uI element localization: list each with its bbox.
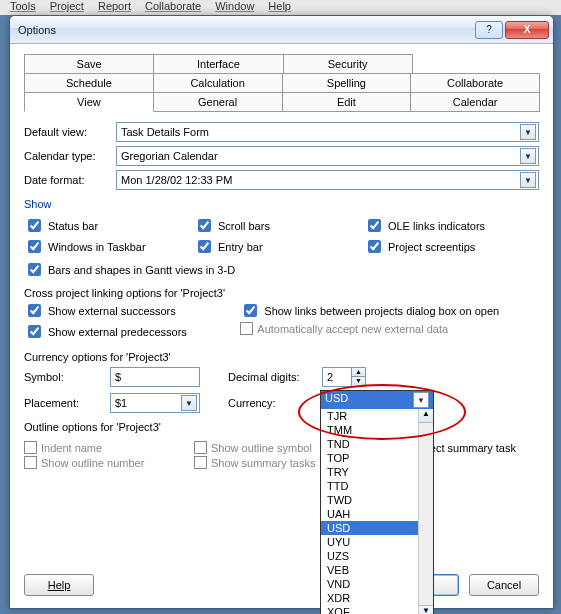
auto-accept-checkbox [240,322,253,335]
ole-links-checkbox[interactable] [368,219,381,232]
app-menubar: Tools Project Report Collaborate Window … [0,0,561,15]
currency-option[interactable]: VND [321,577,433,591]
currency-dropdown[interactable]: USD ▼ TJR TMM TND TOP TRY TTD TWD UAH US… [320,390,434,614]
currency-option[interactable]: UAH [321,507,433,521]
show-group-title: Show [24,198,539,210]
cancel-button[interactable]: Cancel [469,574,539,596]
scroll-bars-label: Scroll bars [218,220,270,232]
show-links-dialog-checkbox[interactable] [244,304,257,317]
currency-option[interactable]: XOF [321,605,433,614]
tab-general[interactable]: General [153,93,283,112]
currency-label: Currency: [228,397,316,409]
placement-select[interactable]: $1 ▼ [110,393,200,413]
currency-option[interactable]: TND [321,437,433,451]
bars-gantt-checkbox[interactable] [28,263,41,276]
calendar-type-label: Calendar type: [24,150,116,162]
placement-value: $1 [115,397,181,409]
tab-edit[interactable]: Edit [282,93,412,112]
decimal-digits-value: 2 [323,371,351,383]
symbol-value: $ [115,371,121,383]
ext-pred-checkbox[interactable] [28,325,41,338]
status-bar-label: Status bar [48,220,98,232]
outline-symbol-checkbox [194,441,207,454]
currency-option[interactable]: UZS [321,549,433,563]
outline-number-checkbox [24,456,37,469]
tab-strip: Save Interface Security Schedule Calcula… [24,54,539,112]
currency-option[interactable]: VEB [321,563,433,577]
scroll-down-icon[interactable]: ▼ [419,605,433,614]
currency-dd-selected: USD [325,392,348,408]
currency-option[interactable]: UYU [321,535,433,549]
currency-option[interactable]: TMM [321,423,433,437]
auto-accept-label: Automatically accept new external data [257,323,448,335]
scroll-up-icon[interactable]: ▲ [419,409,433,423]
symbol-label: Symbol: [24,371,104,383]
chevron-down-icon[interactable]: ▼ [520,148,536,164]
summary-tasks-label: Show summary tasks [211,457,316,469]
tab-security[interactable]: Security [283,54,413,74]
entry-bar-checkbox[interactable] [198,240,211,253]
tab-schedule[interactable]: Schedule [24,74,154,93]
currency-option[interactable]: XDR [321,591,433,605]
dropdown-scrollbar[interactable]: ▲ ▼ [418,409,433,614]
ext-succ-checkbox[interactable] [28,304,41,317]
chevron-down-icon[interactable]: ▼ [520,172,536,188]
placement-label: Placement: [24,397,104,409]
project-tips-label: Project screentips [388,241,475,253]
menu-collaborate[interactable]: Collaborate [139,0,207,15]
decimal-digits-label: Decimal digits: [228,371,316,383]
help-button[interactable]: Help [24,574,94,596]
tab-collaborate[interactable]: Collaborate [410,74,540,93]
currency-option[interactable]: TTD [321,479,433,493]
tab-calculation[interactable]: Calculation [153,74,283,93]
calendar-type-value: Gregorian Calendar [121,150,520,162]
status-bar-checkbox[interactable] [28,219,41,232]
spin-down-icon[interactable]: ▼ [351,377,365,386]
date-format-select[interactable]: Mon 1/28/02 12:33 PM ▼ [116,170,539,190]
menu-help[interactable]: Help [262,0,297,15]
currency-option-selected[interactable]: USD [321,521,433,535]
date-format-value: Mon 1/28/02 12:33 PM [121,174,520,186]
tab-view[interactable]: View [24,93,154,112]
tab-spelling[interactable]: Spelling [282,74,412,93]
symbol-input[interactable]: $ [110,367,200,387]
windows-taskbar-checkbox[interactable] [28,240,41,253]
close-icon[interactable]: X [505,21,549,39]
scroll-bars-checkbox[interactable] [198,219,211,232]
currency-option[interactable]: TWD [321,493,433,507]
menu-report[interactable]: Report [92,0,137,15]
currency-option[interactable]: TOP [321,451,433,465]
tab-calendar[interactable]: Calendar [410,93,540,112]
default-view-value: Task Details Form [121,126,520,138]
calendar-type-select[interactable]: Gregorian Calendar ▼ [116,146,539,166]
bars-gantt-label: Bars and shapes in Gantt views in 3-D [48,264,235,276]
project-tips-checkbox[interactable] [368,240,381,253]
spin-up-icon[interactable]: ▲ [351,368,365,377]
ext-succ-label: Show external successors [48,305,176,317]
ole-links-label: OLE links indicators [388,220,485,232]
decimal-digits-spinner[interactable]: 2 ▲▼ [322,367,366,387]
show-links-dialog-label: Show links between projects dialog box o… [264,305,499,317]
currency-dd-list[interactable]: TJR TMM TND TOP TRY TTD TWD UAH USD UYU … [321,409,433,614]
date-format-label: Date format: [24,174,116,186]
tab-spacer [412,54,540,74]
help-button-icon[interactable]: ? [475,21,503,39]
currency-options-title: Currency options for 'Project3' [24,351,539,363]
currency-option[interactable]: TJR [321,409,433,423]
tab-save[interactable]: Save [24,54,154,74]
entry-bar-label: Entry bar [218,241,263,253]
outline-number-label: Show outline number [41,457,144,469]
chevron-down-icon[interactable]: ▼ [181,395,197,411]
currency-option[interactable]: TRY [321,465,433,479]
tab-interface[interactable]: Interface [153,54,283,74]
default-view-label: Default view: [24,126,116,138]
chevron-down-icon[interactable]: ▼ [413,392,429,408]
default-view-select[interactable]: Task Details Form ▼ [116,122,539,142]
menu-project[interactable]: Project [44,0,90,15]
menu-tools[interactable]: Tools [4,0,42,15]
menu-window[interactable]: Window [209,0,260,15]
chevron-down-icon[interactable]: ▼ [520,124,536,140]
cross-project-title: Cross project linking options for 'Proje… [24,287,539,299]
indent-name-checkbox [24,441,37,454]
windows-taskbar-label: Windows in Taskbar [48,241,146,253]
